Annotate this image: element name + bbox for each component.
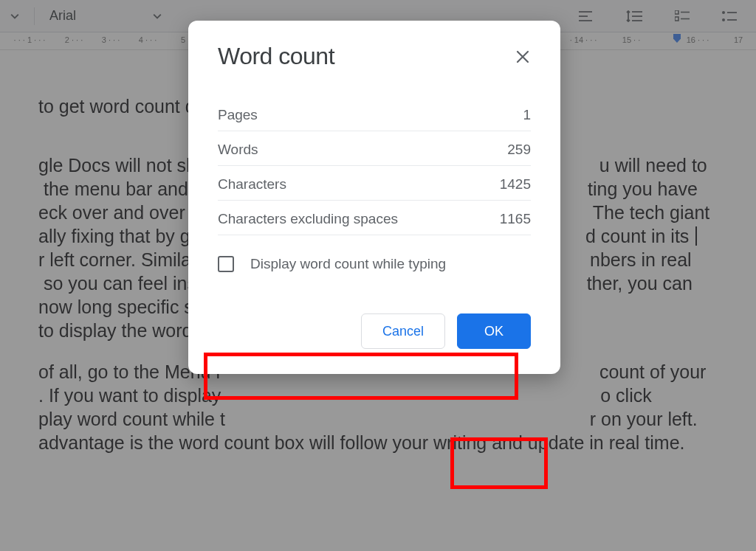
checkbox-label: Display word count while typing bbox=[250, 256, 446, 272]
stat-value: 1 bbox=[523, 107, 531, 123]
stat-row-words: Words 259 bbox=[218, 131, 531, 166]
stat-row-pages: Pages 1 bbox=[218, 97, 531, 131]
stat-label: Words bbox=[218, 142, 258, 158]
dialog-title: Word count bbox=[218, 43, 334, 70]
checkbox-icon[interactable] bbox=[218, 256, 234, 272]
close-icon[interactable] bbox=[515, 49, 531, 65]
stat-label: Characters bbox=[218, 176, 286, 193]
stat-value: 259 bbox=[507, 142, 531, 158]
ok-button[interactable]: OK bbox=[457, 313, 531, 349]
word-count-dialog: Word count Pages 1 Words 259 Characters … bbox=[188, 21, 560, 374]
stat-value: 1425 bbox=[500, 176, 531, 193]
stat-label: Characters excluding spaces bbox=[218, 211, 398, 227]
stat-row-characters: Characters 1425 bbox=[218, 166, 531, 201]
display-while-typing-option[interactable]: Display word count while typing bbox=[218, 256, 531, 272]
cancel-button[interactable]: Cancel bbox=[361, 313, 445, 349]
stat-row-characters-no-spaces: Characters excluding spaces 1165 bbox=[218, 201, 531, 235]
stat-label: Pages bbox=[218, 107, 258, 123]
stat-value: 1165 bbox=[500, 211, 531, 227]
